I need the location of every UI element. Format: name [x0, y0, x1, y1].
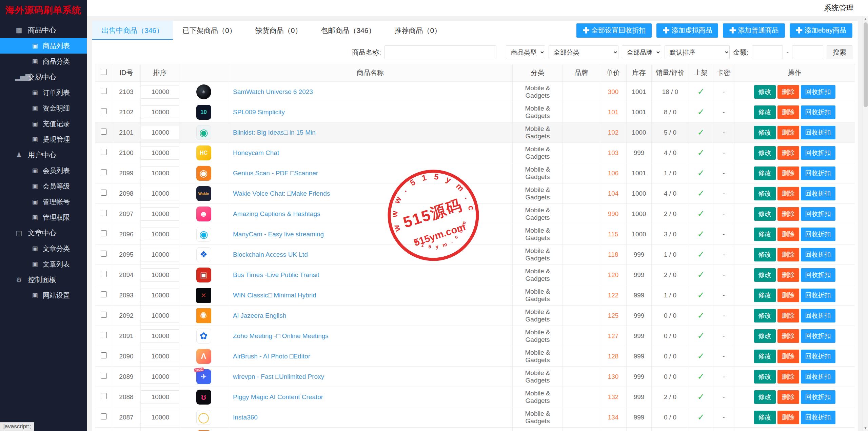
recycle-discount-button[interactable]: 回收折扣 — [801, 390, 835, 404]
edit-button[interactable]: 修改 — [754, 350, 776, 363]
edit-button[interactable]: 修改 — [754, 228, 776, 241]
product-name-link[interactable]: wirevpn - Fast □Unlimited Proxy — [233, 373, 324, 380]
recycle-discount-button[interactable]: 回收折扣 — [801, 248, 835, 261]
delete-button[interactable]: 删除 — [777, 228, 799, 241]
sidebar-item-提现管理[interactable]: ▣提现管理 — [0, 132, 87, 147]
sidebar-item-用户中心[interactable]: ♟用户中心 — [0, 147, 87, 163]
recycle-discount-button[interactable]: 回收折扣 — [801, 370, 835, 384]
edit-button[interactable]: 修改 — [754, 309, 776, 322]
scroll-up-icon[interactable]: ▲ — [863, 16, 868, 22]
recycle-discount-button[interactable]: 回收折扣 — [801, 411, 835, 424]
toolbar-button-添加ebay商品[interactable]: ✚添加ebay商品 — [790, 23, 852, 38]
tab-出售中商品（346）[interactable]: 出售中商品（346） — [92, 21, 173, 40]
sort-input[interactable] — [141, 309, 179, 322]
sort-input[interactable] — [141, 187, 179, 200]
category-select[interactable]: 全部分类 — [549, 45, 618, 59]
delete-button[interactable]: 删除 — [777, 166, 799, 180]
amount-max-input[interactable] — [792, 45, 823, 59]
sidebar-item-会员等级[interactable]: ▣会员等级 — [0, 178, 87, 194]
recycle-discount-button[interactable]: 回收折扣 — [801, 309, 835, 322]
edit-button[interactable]: 修改 — [754, 248, 776, 261]
product-name-link[interactable]: Insta360 — [233, 414, 258, 421]
toolbar-button-添加虚拟商品[interactable]: ✚添加虚拟商品 — [656, 23, 718, 38]
recycle-discount-button[interactable]: 回收折扣 — [801, 146, 835, 160]
edit-button[interactable]: 修改 — [754, 411, 776, 424]
delete-button[interactable]: 删除 — [777, 370, 799, 384]
system-admin-link[interactable]: 系统管理 — [824, 0, 854, 16]
product-name-link[interactable]: Piggy Magic AI Content Creator — [233, 393, 323, 400]
delete-button[interactable]: 删除 — [777, 390, 799, 404]
sort-input[interactable] — [141, 146, 179, 160]
edit-button[interactable]: 修改 — [754, 85, 776, 99]
recycle-discount-button[interactable]: 回收折扣 — [801, 350, 835, 363]
product-name-link[interactable]: SamWatch Universe 6 2023 — [233, 88, 313, 95]
sort-input[interactable] — [141, 350, 179, 363]
sort-input[interactable] — [141, 390, 179, 404]
recycle-discount-button[interactable]: 回收折扣 — [801, 105, 835, 119]
recycle-discount-button[interactable]: 回收折扣 — [801, 187, 835, 200]
product-name-link[interactable]: Al Jazeera English — [233, 312, 286, 319]
sort-input[interactable] — [141, 207, 179, 221]
sidebar-item-管理权限[interactable]: ▣管理权限 — [0, 210, 87, 225]
sort-input[interactable] — [141, 248, 179, 261]
sidebar-item-商品分类[interactable]: ▣商品分类 — [0, 54, 87, 69]
delete-button[interactable]: 删除 — [777, 268, 799, 282]
delete-button[interactable]: 删除 — [777, 85, 799, 99]
sidebar-item-文章列表[interactable]: ▣文章列表 — [0, 256, 87, 272]
row-checkbox[interactable] — [101, 413, 107, 419]
product-name-link[interactable]: ManyCam - Easy live streaming — [233, 231, 324, 238]
product-name-input[interactable] — [384, 45, 496, 59]
delete-button[interactable]: 删除 — [777, 329, 799, 343]
row-checkbox[interactable] — [101, 291, 107, 297]
sidebar-item-资金明细[interactable]: ▣资金明细 — [0, 100, 87, 116]
sidebar-item-商品中心[interactable]: ▦商品中心 — [0, 22, 87, 38]
product-name-link[interactable]: Blockchain Access UK Ltd — [233, 251, 308, 258]
edit-button[interactable]: 修改 — [754, 390, 776, 404]
sort-input[interactable] — [141, 105, 179, 119]
row-checkbox[interactable] — [101, 251, 107, 257]
brand-select[interactable]: 全部品牌 — [622, 45, 661, 59]
product-type-select[interactable]: 商品类型 — [506, 45, 545, 59]
edit-button[interactable]: 修改 — [754, 370, 776, 384]
product-name-link[interactable]: Blinkist: Big Ideas□ in 15 Min — [233, 129, 316, 136]
delete-button[interactable]: 删除 — [777, 289, 799, 302]
sidebar-item-会员列表[interactable]: ▣会员列表 — [0, 163, 87, 178]
recycle-discount-button[interactable]: 回收折扣 — [801, 85, 835, 99]
toolbar-button-添加普通商品[interactable]: ✚添加普通商品 — [723, 23, 785, 38]
row-checkbox[interactable] — [101, 210, 107, 216]
delete-button[interactable]: 删除 — [777, 126, 799, 139]
product-name-link[interactable]: Genius Scan - PDF □Scanner — [233, 170, 318, 177]
scrollbar-thumb[interactable] — [864, 22, 868, 107]
delete-button[interactable]: 删除 — [777, 248, 799, 261]
product-name-link[interactable]: AirBrush - AI Photo □Editor — [233, 353, 310, 360]
delete-button[interactable]: 删除 — [777, 207, 799, 221]
delete-button[interactable]: 删除 — [777, 309, 799, 322]
vertical-scrollbar[interactable]: ▲ ▼ — [863, 16, 868, 431]
edit-button[interactable]: 修改 — [754, 329, 776, 343]
sort-input[interactable] — [141, 228, 179, 241]
product-name-link[interactable]: Amazing Captions & Hashtags — [233, 210, 320, 217]
recycle-discount-button[interactable]: 回收折扣 — [801, 126, 835, 139]
sort-input[interactable] — [141, 370, 179, 384]
product-name-link[interactable]: Bus Times -Live Public Transit — [233, 271, 319, 278]
delete-button[interactable]: 删除 — [777, 105, 799, 119]
row-checkbox[interactable] — [101, 149, 107, 155]
edit-button[interactable]: 修改 — [754, 207, 776, 221]
delete-button[interactable]: 删除 — [777, 187, 799, 200]
recycle-discount-button[interactable]: 回收折扣 — [801, 166, 835, 180]
edit-button[interactable]: 修改 — [754, 166, 776, 180]
toolbar-button-全部设置回收折扣[interactable]: ✚全部设置回收折扣 — [576, 23, 652, 38]
edit-button[interactable]: 修改 — [754, 187, 776, 200]
sidebar-item-管理帐号[interactable]: ▣管理帐号 — [0, 194, 87, 210]
product-name-link[interactable]: SPL009 Simplicity — [233, 109, 285, 116]
sort-input[interactable] — [141, 126, 179, 139]
product-name-link[interactable]: Zoho Meeting -□ Online Meetings — [233, 332, 329, 339]
row-checkbox[interactable] — [101, 108, 107, 114]
sidebar-item-文章中心[interactable]: ▤文章中心 — [0, 225, 87, 241]
recycle-discount-button[interactable]: 回收折扣 — [801, 329, 835, 343]
row-checkbox[interactable] — [101, 393, 107, 399]
edit-button[interactable]: 修改 — [754, 268, 776, 282]
sidebar-item-充值记录[interactable]: ▣充值记录 — [0, 116, 87, 132]
row-checkbox[interactable] — [101, 373, 107, 379]
row-checkbox[interactable] — [101, 88, 107, 94]
